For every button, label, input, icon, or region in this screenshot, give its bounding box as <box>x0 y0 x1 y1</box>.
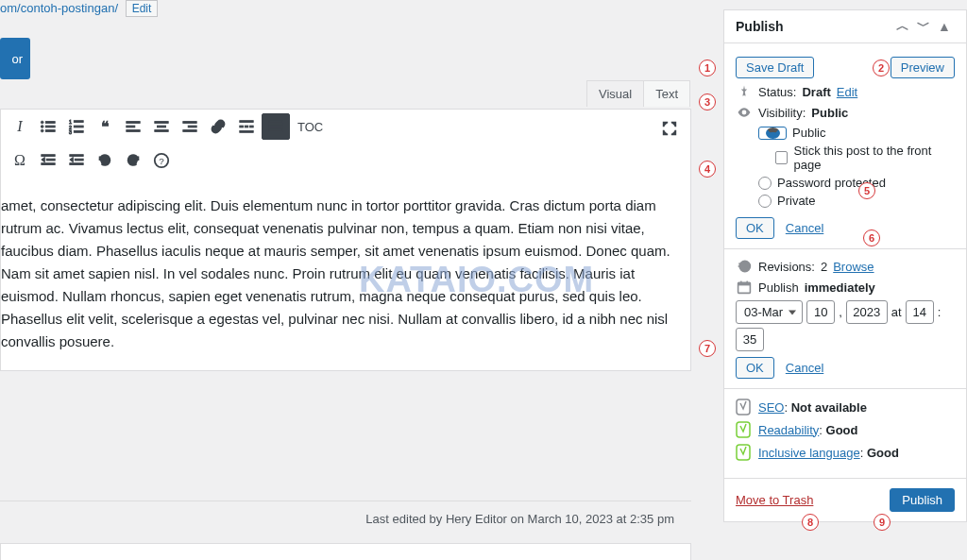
schedule-cancel-link[interactable]: Cancel <box>786 361 823 375</box>
visibility-value: Public <box>811 106 848 120</box>
last-edited-text: Last edited by Hery Editor on March 10, … <box>0 501 691 537</box>
permalink-slug[interactable]: om/contoh-postingan/ <box>0 1 118 15</box>
move-to-trash-link[interactable]: Move to Trash <box>736 493 813 507</box>
editor-content[interactable]: amet, consectetur adipiscing elit. Duis … <box>1 178 690 370</box>
publish-header[interactable]: Publish ︿ ﹀ ▲ <box>724 10 966 43</box>
svg-rect-21 <box>240 121 253 123</box>
readability-value: Good <box>826 423 858 437</box>
special-char-button[interactable]: Ω <box>7 147 33 174</box>
at-text: at <box>891 305 902 319</box>
tab-text[interactable]: Text <box>644 80 690 107</box>
svg-text:?: ? <box>159 156 164 166</box>
svg-rect-20 <box>183 130 196 132</box>
publish-button[interactable]: Publish <box>890 488 955 512</box>
svg-rect-7 <box>74 121 83 123</box>
svg-rect-39 <box>738 282 751 285</box>
svg-rect-13 <box>127 126 135 127</box>
year-input[interactable]: 2023 <box>846 300 888 324</box>
align-center-button[interactable] <box>148 113 175 140</box>
toolbar-row-1: I 123 ❝ TOC <box>1 109 690 144</box>
svg-rect-33 <box>75 159 83 161</box>
outdent-button[interactable] <box>35 147 61 174</box>
svg-point-2 <box>41 126 43 128</box>
svg-rect-1 <box>45 122 55 124</box>
publish-title: Publish <box>736 19 784 34</box>
bullet-list-button[interactable] <box>35 113 61 140</box>
yoast-readability-icon <box>736 421 751 438</box>
svg-rect-16 <box>158 126 166 127</box>
hour-input[interactable]: 14 <box>906 300 934 324</box>
visibility-private-radio[interactable] <box>758 195 772 208</box>
quote-button[interactable]: ❝ <box>92 113 118 140</box>
svg-rect-9 <box>74 126 83 127</box>
help-button[interactable]: ? <box>148 147 175 174</box>
visibility-cancel-link[interactable]: Cancel <box>786 221 823 235</box>
calendar-icon <box>736 280 753 295</box>
inclusive-link[interactable]: Inclusive language <box>758 446 860 460</box>
visibility-ok-button[interactable]: OK <box>736 217 774 239</box>
svg-rect-22 <box>240 126 244 127</box>
svg-text:3: 3 <box>69 129 72 135</box>
revisions-label: Revisions: <box>758 260 815 274</box>
revisions-count: 2 <box>821 260 827 274</box>
save-draft-button[interactable]: Save Draft <box>736 57 814 78</box>
pin-icon <box>736 84 753 99</box>
editor-switch-button[interactable]: or <box>0 38 30 79</box>
stick-label: Stick this post to the front page <box>793 144 955 172</box>
numbered-list-button[interactable]: 123 <box>63 113 90 140</box>
svg-rect-5 <box>45 130 55 132</box>
day-input[interactable]: 10 <box>806 300 835 324</box>
seo-link[interactable]: SEO <box>758 400 784 415</box>
redo-button[interactable] <box>120 147 146 174</box>
indent-button[interactable] <box>63 147 90 174</box>
svg-rect-14 <box>127 130 140 132</box>
italic-button[interactable]: I <box>7 113 33 140</box>
svg-rect-31 <box>42 163 55 165</box>
visibility-label: Visibility: <box>758 106 806 120</box>
yoast-inclusive-icon <box>736 444 751 461</box>
schedule-ok-button[interactable]: OK <box>736 357 774 379</box>
svg-rect-3 <box>45 126 55 127</box>
stick-checkbox[interactable] <box>775 151 788 164</box>
link-button[interactable] <box>205 113 231 140</box>
visibility-public-label: Public <box>792 126 825 140</box>
svg-rect-12 <box>127 122 140 124</box>
svg-rect-29 <box>42 155 55 157</box>
revisions-browse-link[interactable]: Browse <box>833 260 874 274</box>
align-left-button[interactable] <box>120 113 146 140</box>
svg-rect-18 <box>183 122 196 124</box>
insert-more-button[interactable] <box>233 113 260 140</box>
minute-input[interactable]: 35 <box>736 328 764 351</box>
status-value: Draft <box>802 85 830 99</box>
status-edit-link[interactable]: Edit <box>837 85 857 99</box>
svg-rect-41 <box>746 281 748 284</box>
svg-rect-19 <box>188 126 196 127</box>
panel-toggle-icon[interactable]: ▲ <box>934 19 955 34</box>
svg-rect-25 <box>240 131 253 133</box>
metabox-below <box>0 543 691 560</box>
readability-link[interactable]: Readability <box>758 423 819 437</box>
publish-metabox: Publish ︿ ﹀ ▲ Save Draft Preview Status:… <box>723 9 967 522</box>
svg-rect-32 <box>70 155 83 157</box>
month-select[interactable]: 03-Mar <box>736 300 803 324</box>
undo-button[interactable] <box>92 147 118 174</box>
toolbar-toggle-button[interactable] <box>262 113 290 140</box>
preview-button[interactable]: Preview <box>891 57 955 78</box>
visibility-password-radio[interactable] <box>758 177 772 190</box>
svg-rect-27 <box>269 125 282 127</box>
align-right-button[interactable] <box>177 113 203 140</box>
svg-rect-34 <box>70 163 83 165</box>
visibility-public-radio[interactable] <box>758 127 787 140</box>
permalink-edit-button[interactable]: Edit <box>126 0 159 17</box>
panel-down-icon[interactable]: ﹀ <box>913 18 934 35</box>
tab-visual[interactable]: Visual <box>586 80 644 107</box>
toc-button[interactable]: TOC <box>292 113 329 140</box>
svg-rect-23 <box>245 126 248 127</box>
publish-immediately: immediately <box>805 280 875 295</box>
panel-up-icon[interactable]: ︿ <box>892 18 913 35</box>
svg-rect-30 <box>46 159 55 161</box>
svg-rect-15 <box>155 122 168 124</box>
status-label: Status: <box>758 85 796 99</box>
svg-rect-26 <box>269 121 282 124</box>
distraction-free-button[interactable] <box>656 115 683 142</box>
